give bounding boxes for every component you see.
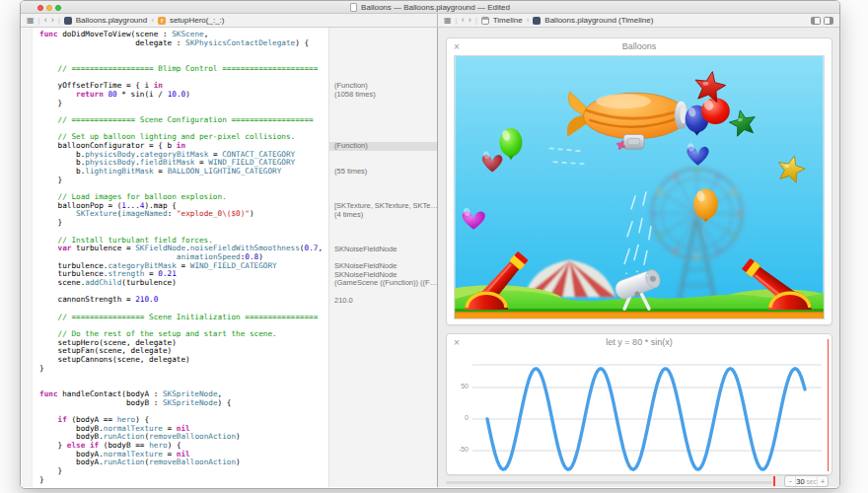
source-editor[interactable]: func doDidMoveToView(scene : SKScene, de…: [21, 28, 438, 487]
breadcrumb-timeline-file[interactable]: Balloons.playground (Timeline): [544, 16, 653, 25]
sine-plot: [447, 350, 832, 474]
code-line: // ================ Scene Initialization…: [39, 314, 323, 322]
code-line: }: [39, 100, 323, 108]
decrement-button[interactable]: −: [785, 478, 795, 485]
timeline-playhead[interactable]: [773, 476, 775, 486]
minimize-window-button[interactable]: [46, 5, 52, 11]
duration-value: 30: [796, 477, 804, 486]
code-line: }: [39, 476, 323, 485]
code-line: [39, 47, 323, 56]
graph-header: × let y = 80 * sin(x): [447, 334, 832, 350]
graph-title: let y = 80 * sin(x): [606, 337, 672, 347]
live-view-card: × Balloons: [446, 37, 832, 325]
result-value[interactable]: [SKTexture, SKTexture, SKTe…: [329, 202, 438, 211]
result-value[interactable]: SKNoiseFieldNode: [329, 271, 438, 280]
back-button[interactable]: ‹: [44, 16, 47, 25]
code-line: delegate : SKPhysicsContactDelegate) {: [39, 39, 323, 48]
code-line: cannonStrength = 210.0: [39, 296, 323, 305]
window-title: Balloons — Balloons.playground — Edited: [361, 3, 510, 12]
y-tick-label: 50: [447, 383, 469, 389]
y-tick-label: -50: [447, 446, 469, 453]
playhead-line: [828, 339, 829, 471]
show-utilities-button[interactable]: [824, 17, 833, 25]
y-tick-label: 0: [447, 414, 469, 421]
result-value[interactable]: (1058 times): [329, 91, 438, 100]
timeline-jump-bar: ▦ | ‹ › | Timeline › Balloons.playground…: [438, 14, 839, 27]
code-line: // ============== Scene Configuration ==…: [39, 116, 323, 125]
related-items-icon[interactable]: ▦: [444, 17, 452, 25]
related-items-icon[interactable]: ▦: [27, 17, 35, 25]
code-line: return 80 * sin(i / 10.0): [39, 91, 323, 100]
balloons-scene: [454, 55, 825, 319]
graph-card: × let y = 80 * sin(x) 50 0 -50: [446, 333, 832, 475]
breadcrumb-file[interactable]: Balloons.playground: [76, 16, 148, 25]
close-icon[interactable]: ×: [454, 334, 460, 351]
code-line: bodyB : SKSpriteNode) {: [39, 399, 323, 408]
result-value[interactable]: SKNoiseFieldNode: [329, 262, 438, 271]
code-line: }: [39, 365, 323, 374]
code-line: scene.addChild(turbulence): [39, 279, 323, 288]
editor-gutter: [21, 28, 33, 487]
result-value[interactable]: (Function): [329, 82, 438, 91]
zoom-window-button[interactable]: [55, 5, 61, 11]
code-line: }: [39, 219, 323, 228]
jump-bars: ▦ | ‹ › | Balloons.playground › f setupH…: [21, 14, 839, 28]
timeline-duration-stepper: − 30 sec +: [784, 475, 829, 487]
code-line: [39, 374, 323, 383]
timeline-pane: × Balloons: [438, 28, 839, 487]
dirt-ground: [455, 312, 823, 318]
balloon-red: [701, 98, 730, 124]
close-window-button[interactable]: [37, 5, 43, 11]
function-icon: f: [158, 17, 166, 25]
close-icon[interactable]: ×: [454, 38, 460, 55]
code-line: setupCannons(scene, delegate): [39, 356, 323, 365]
code-line: }: [39, 176, 323, 185]
code-text[interactable]: func doDidMoveToView(scene : SKScene, de…: [39, 31, 323, 484]
result-value[interactable]: (Function): [329, 142, 438, 151]
editor-jump-bar: ▦ | ‹ › | Balloons.playground › f setupH…: [21, 14, 438, 27]
document-proxy-icon: [350, 3, 357, 12]
live-view-title: Balloons: [622, 41, 657, 51]
titlebar: Balloons — Balloons.playground — Edited: [21, 1, 839, 14]
playground-file-icon: [533, 17, 541, 25]
timeline-scrubber-track[interactable]: [446, 481, 772, 484]
forward-button[interactable]: ›: [51, 16, 54, 25]
result-value[interactable]: SKNoiseFieldNode: [329, 246, 438, 254]
playground-results-sidebar: (Function)(1058 times)(Function)(55 time…: [328, 28, 438, 487]
breadcrumb-timeline[interactable]: Timeline: [493, 16, 523, 25]
code-line: // ================== Blimp Control ====…: [39, 65, 323, 74]
xcode-window: Balloons — Balloons.playground — Edited …: [20, 0, 840, 489]
increment-button[interactable]: +: [818, 478, 828, 485]
duration-unit: sec: [807, 478, 817, 485]
code-line: bodyA.runAction(removeBalloonAction): [39, 458, 323, 467]
result-value[interactable]: (55 times): [329, 168, 438, 176]
code-line: }: [39, 467, 323, 476]
result-value[interactable]: 210.0: [329, 297, 438, 306]
code-line: b.lightingBitMask = BALLOON_LIGHTING_CAT…: [39, 168, 323, 176]
playground-file-icon: [64, 17, 72, 25]
forward-button[interactable]: ›: [469, 16, 471, 25]
breadcrumb-symbol[interactable]: setupHero(_:_:): [170, 16, 225, 25]
show-assistant-button[interactable]: [811, 17, 821, 25]
result-value[interactable]: (4 times): [329, 211, 438, 220]
result-value[interactable]: (GameScene ((Function)) ((F…: [329, 279, 438, 288]
code-line: SKTexture(imageNamed: "explode_0\($0)"): [39, 210, 323, 219]
back-button[interactable]: ‹: [462, 16, 465, 25]
timeline-icon: [481, 17, 489, 25]
live-view-header: × Balloons: [447, 38, 832, 55]
